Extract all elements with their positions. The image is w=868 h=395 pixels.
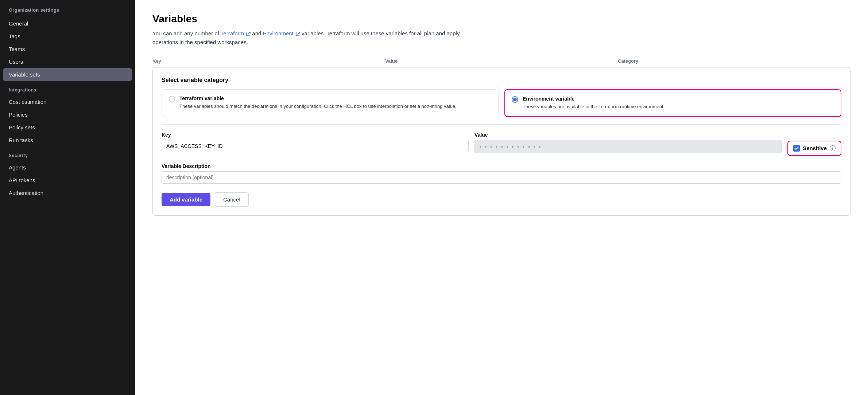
- integrations-section-title: Integrations: [0, 81, 135, 95]
- security-section-title: Security: [0, 146, 135, 161]
- sidebar-item-policies[interactable]: Policies: [0, 108, 135, 121]
- description-group: Variable Description: [162, 163, 841, 184]
- sidebar-item-authentication[interactable]: Authentication: [0, 187, 135, 199]
- external-link-icon: [246, 32, 251, 36]
- key-field-group: Key: [162, 132, 469, 152]
- sidebar-item-tags[interactable]: Tags: [0, 30, 135, 43]
- value-field-group: Value: [474, 132, 782, 153]
- terraform-option-desc: These variables should match the declara…: [179, 103, 457, 110]
- desc-pre: You can add any number of: [152, 30, 221, 36]
- desc-mid: and: [252, 30, 263, 36]
- sidebar-item-policy-sets[interactable]: Policy sets: [0, 121, 135, 134]
- environment-link[interactable]: Environment: [263, 30, 302, 36]
- sidebar-item-cost-estimation[interactable]: Cost estimation: [0, 95, 135, 108]
- sensitive-field-group[interactable]: Sensitive i: [787, 141, 841, 156]
- external-link-icon-2: [296, 32, 300, 36]
- sensitive-label: Sensitive: [803, 145, 827, 151]
- page-description: You can add any number of Terraform and …: [152, 29, 481, 47]
- cancel-button[interactable]: Cancel: [215, 192, 249, 207]
- sensitive-info-icon[interactable]: i: [830, 145, 836, 151]
- form-divider: [162, 124, 841, 125]
- environment-radio[interactable]: [512, 96, 518, 103]
- key-label: Key: [162, 132, 469, 138]
- sidebar-item-api-tokens[interactable]: API tokens: [0, 174, 135, 187]
- environment-option-text: Environment variable These variables are…: [523, 96, 664, 110]
- sidebar-item-run-tasks[interactable]: Run tasks: [0, 134, 135, 146]
- terraform-option-label: Terraform variable: [179, 95, 457, 101]
- value-label: Value: [474, 132, 782, 138]
- checkmark-icon: [794, 146, 799, 150]
- sidebar-item-teams[interactable]: Teams: [0, 43, 135, 55]
- col-category: Category: [618, 58, 850, 64]
- environment-option-desc: These variables are available in the Ter…: [523, 103, 664, 110]
- sidebar-item-users[interactable]: Users: [0, 55, 135, 68]
- variable-form-card: Select variable category Terraform varia…: [152, 68, 850, 216]
- sidebar: Organization settings General Tags Teams…: [0, 0, 135, 395]
- key-value-row: Key Value Sensitive i: [162, 132, 841, 156]
- category-section: Select variable category Terraform varia…: [162, 77, 841, 117]
- add-variable-button[interactable]: Add variable: [162, 193, 210, 206]
- sensitive-wrapper: Sensitive i: [787, 132, 841, 156]
- environment-option-label: Environment variable: [523, 96, 664, 102]
- sidebar-item-agents[interactable]: Agents: [0, 161, 135, 174]
- terraform-link[interactable]: Terraform: [221, 30, 252, 36]
- sidebar-item-general[interactable]: General: [0, 17, 135, 30]
- page-title: Variables: [152, 13, 850, 25]
- key-input[interactable]: [162, 140, 469, 152]
- category-title: Select variable category: [162, 77, 841, 83]
- sidebar-item-variable-sets[interactable]: Variable sets: [3, 68, 132, 81]
- terraform-option-text: Terraform variable These variables shoul…: [179, 95, 457, 110]
- environment-variable-option[interactable]: Environment variable These variables are…: [504, 89, 841, 117]
- main-content: Variables You can add any number of Terr…: [135, 0, 868, 395]
- col-value: Value: [385, 58, 618, 64]
- table-header: Key Value Category: [152, 58, 850, 68]
- org-settings-title: Organization settings: [0, 0, 135, 17]
- category-options: Terraform variable These variables shoul…: [162, 89, 841, 117]
- terraform-radio[interactable]: [168, 96, 175, 102]
- description-label: Variable Description: [162, 163, 841, 169]
- terraform-variable-option[interactable]: Terraform variable These variables shoul…: [162, 89, 499, 117]
- form-buttons: Add variable Cancel: [162, 192, 841, 207]
- description-input[interactable]: [162, 171, 841, 184]
- sensitive-checkbox[interactable]: [793, 145, 800, 152]
- col-key: Key: [152, 58, 385, 64]
- value-input-blurred[interactable]: [474, 140, 782, 153]
